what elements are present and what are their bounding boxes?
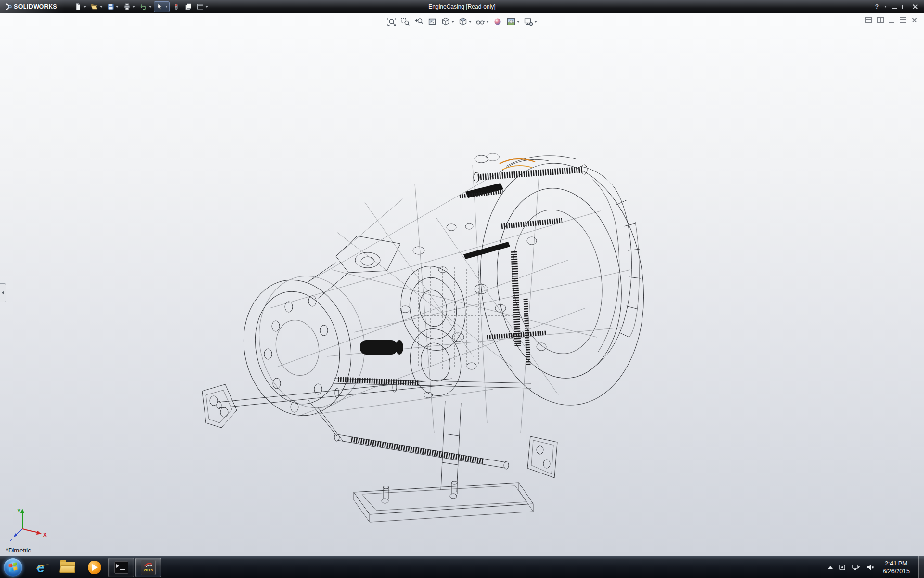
view-orientation-label: *Dimetric (6, 547, 31, 554)
restore-button[interactable] (902, 5, 907, 9)
view-settings-button[interactable] (523, 16, 538, 27)
new-document-icon (74, 3, 82, 11)
hide-show-items-button[interactable] (475, 16, 490, 27)
triad-y-label: Y (17, 508, 21, 513)
solidworks-logo: SOLIDWORKS (0, 0, 65, 13)
show-hidden-icons-button[interactable] (828, 566, 833, 569)
dropdown-caret (534, 21, 537, 23)
volume-icon[interactable] (866, 564, 874, 571)
dropdown-caret (469, 21, 472, 23)
internet-explorer-icon: e (37, 561, 45, 574)
app-name: SOLIDWORKS (14, 3, 57, 10)
document-title: EngineCasing [Read-only] (428, 3, 495, 10)
zoom-to-area-button[interactable] (399, 16, 411, 27)
open-button[interactable] (89, 2, 104, 12)
solidworks-version-badge: 2015 (144, 568, 153, 572)
minimize-document-button[interactable] (889, 22, 894, 23)
apply-scene-icon (506, 17, 516, 26)
solidworks-app-icon: 2015 (141, 560, 156, 575)
command-prompt-button[interactable] (108, 558, 134, 577)
display-style-button[interactable] (457, 16, 473, 27)
solidworks-glyph-icon (144, 562, 153, 568)
hide-show-items-icon (475, 17, 485, 26)
standard-toolbar (73, 2, 210, 12)
document-window-controls (865, 17, 917, 23)
previous-view-icon (414, 17, 424, 26)
graphics-viewport[interactable]: Y X Z *Dimetric (0, 13, 924, 556)
zoom-to-fit-button[interactable] (386, 16, 398, 27)
command-prompt-icon (114, 561, 128, 574)
heads-up-view-toolbar (386, 16, 538, 27)
restore-document-button[interactable] (900, 17, 906, 23)
network-icon[interactable] (852, 564, 860, 571)
flange-bolt-holes (264, 296, 328, 412)
dropdown-caret (149, 6, 152, 8)
construction-lines (270, 165, 630, 433)
highlighted-edges (500, 159, 535, 170)
options-icon (196, 3, 204, 11)
windows-logo-icon (8, 562, 18, 572)
dropdown-caret (132, 6, 135, 8)
rebuild-button[interactable] (171, 2, 181, 12)
section-view-icon (427, 17, 437, 26)
media-player-button[interactable] (81, 558, 107, 577)
dassault-logo-icon (4, 3, 12, 10)
dropdown-caret (451, 21, 454, 23)
feature-panel-expand-tab[interactable] (0, 283, 6, 302)
internet-explorer-button[interactable]: e (27, 558, 53, 577)
minimize-button[interactable] (892, 8, 897, 9)
model-wireframe-engine-casing[interactable] (0, 13, 924, 556)
view-settings-icon (524, 17, 533, 26)
view-orientation-icon (441, 17, 450, 26)
print-button[interactable] (122, 2, 137, 12)
zoom-to-area-icon (400, 17, 410, 26)
options-button[interactable] (195, 2, 210, 12)
tile-windows-button[interactable] (877, 17, 884, 23)
dropdown-caret (83, 6, 86, 8)
left-flange (231, 266, 376, 426)
cascade-windows-button[interactable] (865, 17, 872, 23)
view-orientation-button[interactable] (440, 16, 455, 27)
titlebar-controls: ? (875, 3, 924, 10)
windows-explorer-button[interactable] (54, 558, 80, 577)
reference-triad: Y X Z (8, 507, 54, 543)
close-button[interactable] (912, 4, 918, 10)
triad-z-label: Z (10, 538, 13, 542)
start-button[interactable] (4, 558, 22, 577)
titlebar: SOLIDWORKS (0, 0, 924, 13)
help-button[interactable]: ? (875, 3, 879, 10)
save-button[interactable] (105, 2, 120, 12)
save-icon (107, 3, 115, 11)
display-style-icon (458, 17, 468, 26)
select-button[interactable] (154, 2, 169, 12)
dropdown-caret (517, 21, 520, 23)
edit-appearance-button[interactable] (492, 16, 503, 27)
copy-button[interactable] (183, 2, 193, 12)
springs (338, 170, 583, 461)
select-cursor-icon (156, 3, 164, 11)
show-desktop-button[interactable] (918, 556, 924, 578)
apply-scene-button[interactable] (505, 16, 521, 27)
tray-app-icon[interactable] (838, 564, 846, 571)
taskbar-clock[interactable]: 2:41 PM 6/26/2015 (880, 560, 912, 575)
taskbar-items: e 2015 (27, 556, 162, 578)
solidworks-window: SOLIDWORKS (0, 0, 924, 578)
dropdown-caret (165, 6, 168, 8)
print-icon (123, 3, 131, 11)
dropdown-caret (205, 6, 208, 8)
previous-view-button[interactable] (413, 16, 424, 27)
undo-button[interactable] (138, 2, 153, 12)
edit-appearance-icon (493, 17, 502, 26)
close-document-button[interactable] (912, 17, 917, 23)
solidworks-2015-button[interactable]: 2015 (135, 558, 161, 577)
folder-icon (60, 562, 75, 573)
system-tray: 2:41 PM 6/26/2015 (828, 556, 924, 578)
new-button[interactable] (73, 2, 88, 12)
clock-date: 6/26/2015 (883, 567, 910, 575)
zoom-to-fit-icon (387, 17, 397, 26)
copy-icon (184, 3, 192, 11)
dropdown-caret (486, 21, 489, 23)
section-view-button[interactable] (426, 16, 438, 27)
help-dropdown-caret[interactable] (884, 6, 887, 8)
center-bores (395, 261, 472, 400)
